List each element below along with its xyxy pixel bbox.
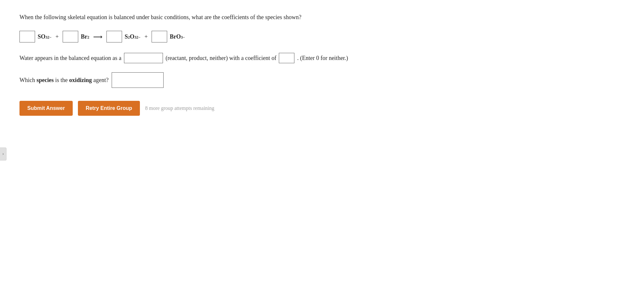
oxidizing-question-row: Which species is the oxidizing agent? (19, 72, 625, 88)
water-type-input[interactable] (124, 53, 163, 63)
formula-bro3: BrO3− (170, 33, 185, 40)
formula-so3: SO32− (38, 33, 52, 40)
attempts-remaining-text: 8 more group attempts remaining (145, 105, 214, 111)
water-prefix-text: Water appears in the balanced equation a… (19, 55, 121, 62)
equation-row: SO32− + Br2 ⟶ S2O32− + BrO3− (19, 31, 625, 42)
oxidizing-agent-input[interactable] (112, 72, 164, 88)
reaction-arrow: ⟶ (93, 33, 103, 41)
water-question-row: Water appears in the balanced equation a… (19, 53, 625, 63)
oxidizing-prefix-text: Which species is the oxidizing agent? (19, 77, 108, 84)
coeff-s2o3-input[interactable] (106, 31, 122, 42)
coeff-br2-input[interactable] (63, 31, 78, 42)
question-main-text: When the following skeletal equation is … (19, 13, 625, 22)
oxidizing-species-bold: species (36, 77, 54, 83)
submit-answer-button[interactable]: Submit Answer (19, 101, 73, 116)
plus-sign-1: + (56, 33, 59, 40)
oxidizing-bold: oxidizing (69, 77, 92, 83)
formula-s2o3: S2O32− (125, 33, 141, 40)
formula-br2: Br2 (81, 33, 89, 40)
button-row: Submit Answer Retry Entire Group 8 more … (19, 101, 625, 116)
water-middle-text: (reactant, product, neither) with a coef… (166, 55, 277, 62)
plus-sign-2: + (144, 33, 148, 40)
water-suffix-text: . (Enter 0 for neither.) (297, 55, 348, 62)
retry-entire-group-button[interactable]: Retry Entire Group (78, 101, 140, 116)
water-coeff-input[interactable] (279, 53, 294, 63)
coeff-bro3-input[interactable] (152, 31, 167, 42)
coeff-so3-input[interactable] (19, 31, 35, 42)
